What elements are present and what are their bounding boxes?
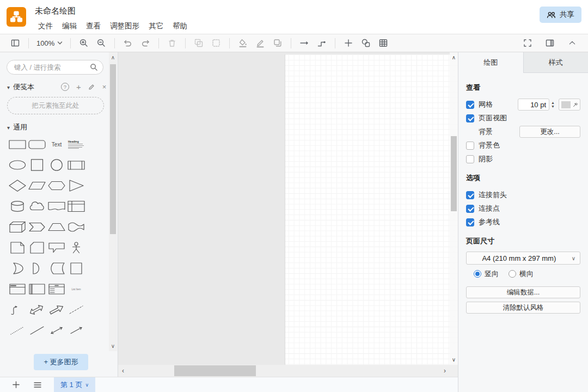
shape-tape[interactable] <box>66 217 86 237</box>
shape-dashed-line[interactable] <box>66 299 86 320</box>
shape-actor[interactable] <box>66 237 86 258</box>
shape-container[interactable] <box>66 258 86 279</box>
shape-note[interactable] <box>8 237 27 258</box>
connection-arrow-icon[interactable] <box>298 36 311 50</box>
shape-search-input[interactable] <box>13 63 90 72</box>
add-to-scratchpad-icon[interactable]: + <box>76 83 81 90</box>
zoom-out-icon[interactable] <box>95 36 108 50</box>
scroll-left-icon[interactable]: ‹ <box>122 365 124 377</box>
canvas-vscroll-thumb[interactable] <box>451 136 457 211</box>
shape-window[interactable] <box>8 279 27 299</box>
menu-help[interactable]: 帮助 <box>173 21 187 31</box>
scroll-up-icon[interactable]: ∧ <box>450 54 458 60</box>
shape-vertical-container[interactable] <box>27 279 47 299</box>
insert-table-icon[interactable] <box>377 36 390 50</box>
shape-search-box[interactable] <box>7 60 103 75</box>
shape-link-label[interactable] <box>47 341 66 347</box>
background-color-checkbox[interactable] <box>466 142 474 150</box>
guides-checkbox[interactable] <box>466 218 474 226</box>
shape-callout[interactable] <box>47 237 66 258</box>
menu-edit[interactable]: 编辑 <box>62 21 77 31</box>
shadow-checkbox[interactable] <box>466 155 474 163</box>
shape-rounded-rectangle[interactable] <box>27 134 47 155</box>
canvas-hscroll-thumb[interactable] <box>174 365 256 376</box>
shape-document[interactable] <box>47 196 66 217</box>
tab-diagram[interactable]: 绘图 <box>458 52 524 73</box>
change-background-button[interactable]: 更改... <box>519 126 580 138</box>
undo-icon[interactable] <box>121 36 134 50</box>
canvas-page[interactable] <box>285 54 458 365</box>
shape-trapezoid[interactable] <box>47 217 66 237</box>
shape-parallelogram[interactable] <box>27 175 47 196</box>
canvas-horizontal-scrollbar[interactable]: ‹ › <box>118 365 458 377</box>
sidebar-scrollbar-thumb[interactable] <box>110 64 116 234</box>
edit-data-button[interactable]: 编辑数据... <box>466 286 580 298</box>
shape-rectangle[interactable] <box>8 134 27 155</box>
shape-dotted-line[interactable] <box>8 320 27 341</box>
menu-arrange[interactable]: 调整图形 <box>110 21 139 31</box>
zoom-in-icon[interactable] <box>77 36 90 50</box>
shape-bidirectional-connector[interactable] <box>47 320 66 341</box>
shape-hexagon[interactable] <box>47 175 66 196</box>
sidebar-toggle-icon[interactable] <box>9 36 22 50</box>
shape-list-item[interactable]: List Item <box>66 279 86 299</box>
close-scratchpad-icon[interactable]: × <box>102 83 107 91</box>
scratchpad-dropzone[interactable]: 把元素拖至此处 <box>7 97 104 114</box>
shape-diamond[interactable] <box>8 175 27 196</box>
shape-triangle[interactable] <box>66 175 86 196</box>
scroll-right-icon[interactable]: › <box>444 365 446 377</box>
fullscreen-icon[interactable] <box>521 36 534 50</box>
add-page-icon[interactable] <box>12 381 20 389</box>
grid-color-button[interactable] <box>559 99 580 111</box>
help-icon[interactable]: ? <box>61 83 69 91</box>
collapse-toolbar-icon[interactable] <box>566 36 579 50</box>
canvas-vertical-scrollbar[interactable]: ∧ ∨ <box>450 52 458 365</box>
grid-checkbox[interactable] <box>466 101 474 109</box>
scroll-down-icon[interactable]: ∨ <box>109 343 117 350</box>
shape-and[interactable] <box>27 258 47 279</box>
portrait-option[interactable]: 竖向 <box>474 269 499 279</box>
shape-cube[interactable] <box>8 217 27 237</box>
landscape-radio[interactable] <box>509 270 516 278</box>
shape-card[interactable] <box>27 237 47 258</box>
clear-default-style-button[interactable]: 清除默认风格 <box>466 302 580 314</box>
shape-data-storage[interactable] <box>47 258 66 279</box>
shape-cloud[interactable] <box>27 196 47 217</box>
page-tab-1[interactable]: 第 1 页 ∨ <box>54 377 95 392</box>
tab-style[interactable]: 样式 <box>524 52 588 72</box>
drawing-canvas[interactable]: ∧ ∨ ‹ › <box>118 52 458 377</box>
document-title[interactable]: 未命名绘图 <box>35 6 76 16</box>
connection-points-checkbox[interactable] <box>466 205 474 213</box>
shape-internal-storage[interactable] <box>66 196 86 217</box>
insert-shape-icon[interactable] <box>359 36 372 50</box>
more-shapes-button[interactable]: + 更多图形 <box>34 354 88 370</box>
edit-scratchpad-icon[interactable] <box>88 83 95 90</box>
zoom-dropdown[interactable]: 100% <box>34 39 65 47</box>
stepper-down-icon[interactable]: ▼ <box>551 105 555 108</box>
landscape-option[interactable]: 横向 <box>509 269 534 279</box>
connection-arrows-checkbox[interactable] <box>466 191 474 199</box>
shape-directional-connector[interactable] <box>66 320 86 341</box>
shape-cylinder[interactable] <box>8 196 27 217</box>
redo-icon[interactable] <box>139 36 152 50</box>
shape-process[interactable] <box>66 155 86 175</box>
shape-arrow[interactable] <box>47 299 66 320</box>
shape-link[interactable] <box>27 341 47 347</box>
shape-link-label-2[interactable] <box>66 341 86 347</box>
grid-size-stepper[interactable]: ▲▼ <box>551 101 555 108</box>
grid-size-input[interactable]: 10 pt <box>518 99 549 111</box>
share-button[interactable]: 共享 <box>540 7 581 23</box>
shape-or[interactable] <box>8 258 27 279</box>
scratchpad-header[interactable]: ▾ 便笺本 <box>7 82 34 92</box>
shape-horizontal-line[interactable] <box>8 341 27 347</box>
menu-view[interactable]: 查看 <box>86 21 101 31</box>
shape-text[interactable]: Text <box>47 134 66 155</box>
insert-icon[interactable] <box>342 36 355 50</box>
page-size-select[interactable]: A4 (210 mm x 297 mm) ∨ <box>466 252 580 265</box>
page-view-checkbox[interactable] <box>466 114 474 122</box>
shape-circle[interactable] <box>47 155 66 175</box>
waypoints-icon[interactable] <box>315 36 328 50</box>
scroll-up-icon[interactable]: ∧ <box>109 54 117 61</box>
pages-menu-icon[interactable] <box>33 381 42 389</box>
shape-square[interactable] <box>27 155 47 175</box>
